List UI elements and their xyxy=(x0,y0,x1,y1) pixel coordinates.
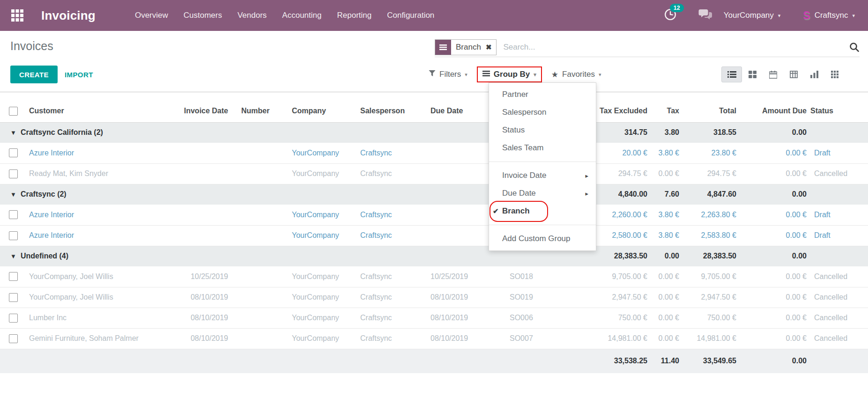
company-switcher[interactable]: YourCompany ▾ xyxy=(724,11,781,20)
footer-status-spacer xyxy=(810,349,868,373)
activities-button[interactable]: 12 xyxy=(664,8,677,23)
cell-footer-amount-due: 0.00 xyxy=(740,349,810,373)
invoice-row[interactable]: Azure InteriorYourCompanyCraftsync2,580.… xyxy=(0,225,868,246)
select-all-header[interactable] xyxy=(0,100,26,122)
user-menu[interactable]: S Craftsync ▾ xyxy=(803,10,855,21)
row-checkbox[interactable] xyxy=(9,231,18,240)
create-button[interactable]: CREATE xyxy=(10,66,58,83)
column-header-number[interactable]: Number xyxy=(232,100,283,122)
invoice-row[interactable]: YourCompany, Joel Willis10/25/2019YourCo… xyxy=(0,266,868,287)
row-checkbox[interactable] xyxy=(9,314,18,323)
option-label: Add Custom Group xyxy=(502,234,571,243)
app-title[interactable]: Invoicing xyxy=(41,8,96,23)
groupby-option-partner[interactable]: Partner xyxy=(489,86,596,103)
group-status-spacer xyxy=(810,184,868,205)
group-status-spacer xyxy=(810,246,868,266)
column-header-status[interactable]: Status xyxy=(810,100,868,122)
cell-group-tax: 3.80 xyxy=(651,122,683,143)
invoice-row[interactable]: Gemini Furniture, Soham Palmer08/10/2019… xyxy=(0,328,868,349)
option-label: Due Date xyxy=(502,189,536,198)
menu-item-reporting[interactable]: Reporting xyxy=(337,11,371,20)
view-pivot-icon[interactable] xyxy=(783,66,804,82)
cell-total: 2,583.80 € xyxy=(683,225,740,246)
cell-number xyxy=(232,143,283,163)
column-header-due_date[interactable]: Due Date xyxy=(424,100,487,122)
search-icon[interactable] xyxy=(849,42,860,52)
select-all-checkbox[interactable] xyxy=(9,107,18,116)
cell-select xyxy=(0,287,26,308)
table-footer-row: 33,538.2511.4033,549.650.00 xyxy=(0,349,868,373)
view-grid-icon[interactable] xyxy=(824,66,845,82)
invoice-row[interactable]: YourCompany, Joel Willis08/10/2019YourCo… xyxy=(0,287,868,308)
invoice-table-body: ▼Craftsync California (2)314.753.80318.5… xyxy=(0,122,868,373)
messages-button[interactable] xyxy=(698,8,712,22)
apps-grid-icon[interactable] xyxy=(10,8,24,22)
column-header-total[interactable]: Total xyxy=(683,100,740,122)
group-collapse-icon[interactable]: ▼ xyxy=(10,253,16,260)
cell-status: Draft xyxy=(810,205,868,225)
invoice-row[interactable]: Azure InteriorYourCompanyCraftsync20.00 … xyxy=(0,143,868,163)
cell-salesperson: Craftsync xyxy=(354,287,424,308)
row-checkbox[interactable] xyxy=(9,293,18,302)
groupby-option-invoice-date[interactable]: Invoice Date▸ xyxy=(489,167,596,184)
row-checkbox[interactable] xyxy=(9,334,18,343)
column-header-invoice_date[interactable]: Invoice Date xyxy=(173,100,232,122)
group-header-row[interactable]: ▼Undefined (4)28,383.500.0028,383.500.00 xyxy=(0,246,868,266)
groupby-option-sales-team[interactable]: Sales Team xyxy=(489,139,596,157)
groupby-option-branch[interactable]: ✔Branch xyxy=(489,202,596,220)
cell-due_date: 10/25/2019 xyxy=(424,266,487,287)
column-header-salesperson[interactable]: Salesperson xyxy=(354,100,424,122)
groupby-option-status[interactable]: Status xyxy=(489,121,596,139)
group-collapse-icon[interactable]: ▼ xyxy=(10,129,16,136)
row-checkbox[interactable] xyxy=(9,210,18,219)
favorites-menu-button[interactable]: ★ Favorites ▾ xyxy=(551,70,601,79)
view-list-icon[interactable] xyxy=(721,66,742,82)
view-graph-icon[interactable] xyxy=(804,66,824,82)
groupby-menu-button[interactable]: Group By ▾ xyxy=(477,66,542,82)
cell-tax: 0.00 € xyxy=(651,308,683,328)
group-label: ▼Undefined (4) xyxy=(0,246,567,266)
cell-select xyxy=(0,225,26,246)
cell-total: 14,981.00 € xyxy=(683,328,740,349)
cell-total: 2,263.80 € xyxy=(683,205,740,225)
cell-status: Draft xyxy=(810,225,868,246)
row-checkbox[interactable] xyxy=(9,169,18,178)
import-button[interactable]: IMPORT xyxy=(65,66,93,83)
cell-select xyxy=(0,328,26,349)
cell-invoice_date xyxy=(173,225,232,246)
avatar: S xyxy=(803,10,810,21)
column-header-company[interactable]: Company xyxy=(283,100,354,122)
cell-tax: 0.00 € xyxy=(651,328,683,349)
cell-customer: Ready Mat, Kim Snyder xyxy=(26,163,173,184)
view-kanban-icon[interactable] xyxy=(742,66,763,82)
remove-facet-icon[interactable]: ✖ xyxy=(486,43,492,51)
group-header-row[interactable]: ▼Craftsync (2)4,840.007.604,847.600.00 xyxy=(0,184,868,205)
invoice-row[interactable]: Azure InteriorYourCompanyCraftsync2,260.… xyxy=(0,205,868,225)
groupby-option-add-custom-group[interactable]: Add Custom Group xyxy=(489,230,596,248)
column-header-customer[interactable]: Customer xyxy=(26,100,173,122)
cell-group-amount-due: 0.00 xyxy=(740,246,810,266)
invoice-row[interactable]: Lumber Inc08/10/2019YourCompanyCraftsync… xyxy=(0,308,868,328)
column-header-tax[interactable]: Tax xyxy=(651,100,683,122)
invoice-row[interactable]: Ready Mat, Kim SnyderYourCompanyCraftsyn… xyxy=(0,163,868,184)
cell-due_date: 08/10/2019 xyxy=(424,287,487,308)
cell-select xyxy=(0,205,26,225)
menu-item-accounting[interactable]: Accounting xyxy=(282,11,321,20)
column-header-amount_due[interactable]: Amount Due xyxy=(740,100,810,122)
menu-item-vendors[interactable]: Vendors xyxy=(237,11,267,20)
search-input[interactable] xyxy=(503,43,849,52)
cell-due_date xyxy=(424,163,487,184)
group-header-row[interactable]: ▼Craftsync California (2)314.753.80318.5… xyxy=(0,122,868,143)
view-calendar-icon[interactable] xyxy=(763,66,783,82)
row-checkbox[interactable] xyxy=(9,148,18,157)
cell-tax: 3.80 € xyxy=(651,225,683,246)
row-checkbox[interactable] xyxy=(9,272,18,281)
group-collapse-icon[interactable]: ▼ xyxy=(10,191,16,198)
menu-item-overview[interactable]: Overview xyxy=(135,11,168,20)
filters-menu-button[interactable]: Filters ▾ xyxy=(429,70,467,79)
groupby-option-due-date[interactable]: Due Date▸ xyxy=(489,184,596,202)
group-status-spacer xyxy=(810,122,868,143)
menu-item-customers[interactable]: Customers xyxy=(184,11,222,20)
groupby-option-salesperson[interactable]: Salesperson xyxy=(489,103,596,121)
menu-item-configuration[interactable]: Configuration xyxy=(387,11,434,20)
